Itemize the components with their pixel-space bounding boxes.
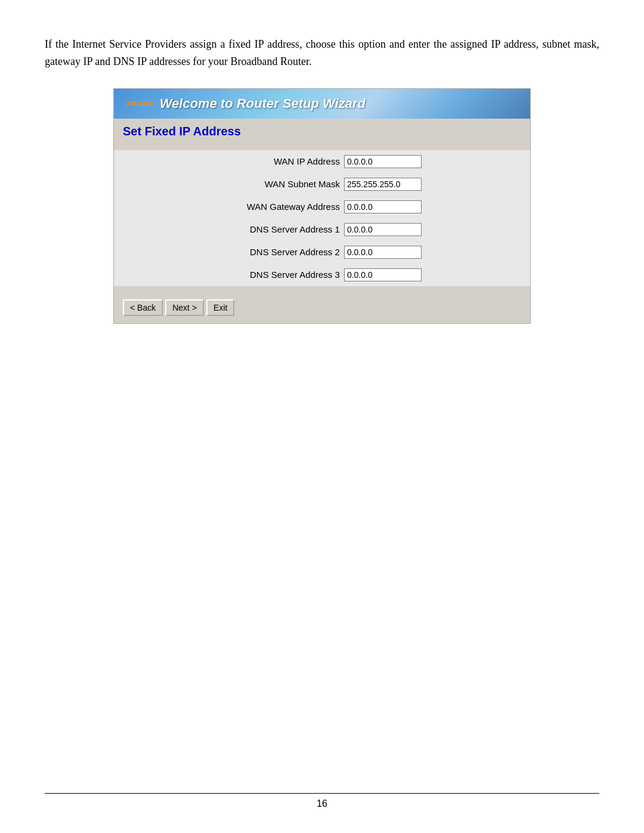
page-content: If the Internet Service Providers assign…	[0, 0, 644, 371]
form-row-wan-gateway-address: WAN Gateway Address	[114, 196, 530, 218]
wan-subnet-mask-input[interactable]	[344, 178, 422, 191]
form-table: WAN IP AddressWAN Subnet MaskWAN Gateway…	[114, 150, 530, 286]
button-row: < BackNext >Exit	[114, 292, 530, 323]
label-wan-gateway-address: WAN Gateway Address	[114, 196, 343, 218]
dns-server-1-input[interactable]	[344, 223, 422, 236]
label-dns-server-3: DNS Server Address 3	[114, 264, 343, 286]
form-row-dns-server-1: DNS Server Address 1	[114, 218, 530, 241]
wizard-title: Welcome to Router Setup Wizard	[160, 96, 366, 112]
top-spacer	[114, 144, 530, 150]
input-cell-wan-ip-address	[343, 150, 530, 173]
back-button[interactable]: < Back	[123, 299, 163, 316]
form-row-dns-server-3: DNS Server Address 3	[114, 264, 530, 286]
label-wan-ip-address: WAN IP Address	[114, 150, 343, 173]
label-dns-server-2: DNS Server Address 2	[114, 241, 343, 264]
form-row-wan-ip-address: WAN IP Address	[114, 150, 530, 173]
dns-server-3-input[interactable]	[344, 268, 422, 281]
footer-page-number: 16	[45, 798, 599, 809]
input-cell-dns-server-1	[343, 218, 530, 241]
wizard-header: >>>>> Welcome to Router Setup Wizard	[114, 89, 530, 119]
wizard-container: >>>>> Welcome to Router Setup Wizard Set…	[113, 88, 531, 324]
footer-line	[45, 793, 599, 794]
form-row-dns-server-2: DNS Server Address 2	[114, 241, 530, 264]
description-paragraph: If the Internet Service Providers assign…	[45, 36, 599, 70]
bottom-spacer	[114, 286, 530, 292]
section-title: Set Fixed IP Address	[123, 125, 241, 138]
section-title-row: Set Fixed IP Address	[114, 119, 530, 144]
input-cell-dns-server-3	[343, 264, 530, 286]
wan-ip-address-input[interactable]	[344, 155, 422, 168]
wan-gateway-address-input[interactable]	[344, 200, 422, 213]
exit-button[interactable]: Exit	[206, 299, 234, 316]
wizard-body: Set Fixed IP Address WAN IP AddressWAN S…	[114, 119, 530, 323]
label-dns-server-1: DNS Server Address 1	[114, 218, 343, 241]
dns-server-2-input[interactable]	[344, 246, 422, 259]
page-footer: 16	[45, 793, 599, 809]
input-cell-dns-server-2	[343, 241, 530, 264]
input-cell-wan-gateway-address	[343, 196, 530, 218]
label-wan-subnet-mask: WAN Subnet Mask	[114, 173, 343, 196]
next-button[interactable]: Next >	[165, 299, 204, 316]
header-arrows: >>>>>	[126, 98, 154, 109]
input-cell-wan-subnet-mask	[343, 173, 530, 196]
form-row-wan-subnet-mask: WAN Subnet Mask	[114, 173, 530, 196]
